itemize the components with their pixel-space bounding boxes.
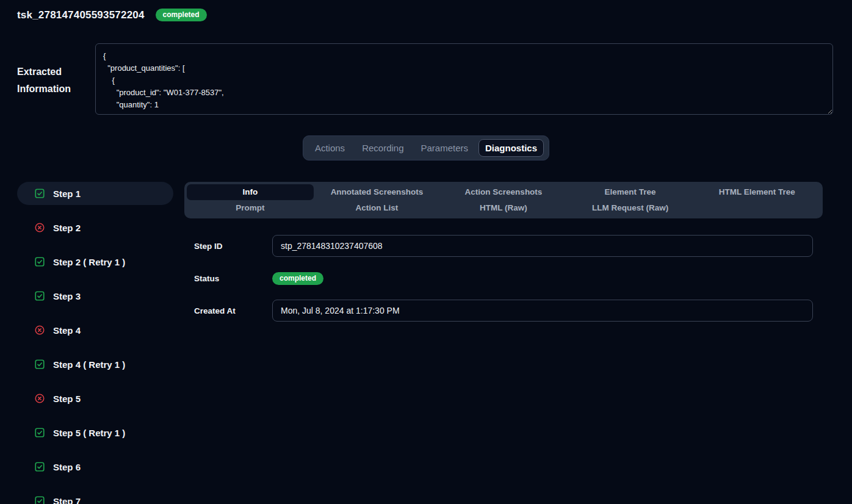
diagnostics-tab-action-list[interactable]: Action List bbox=[314, 200, 441, 216]
info-panel: Step ID Status completed Created At bbox=[184, 235, 823, 322]
check-square-icon bbox=[34, 256, 45, 267]
step-id-label: Step ID bbox=[194, 242, 272, 251]
steps-sidebar: Step 1 Step 2 bbox=[17, 182, 173, 504]
check-square-icon bbox=[34, 188, 45, 199]
diagnostics-tab-label: Action List bbox=[356, 203, 399, 212]
sidebar-item-step-1[interactable]: Step 1 bbox=[17, 182, 173, 205]
created-at-row: Created At bbox=[194, 300, 813, 322]
diagnostics-tab-label: Action Screenshots bbox=[465, 187, 543, 196]
page-title: tsk_278147405593572204 bbox=[17, 9, 145, 21]
sidebar-item-step-2-retry-1[interactable]: Step 2 ( Retry 1 ) bbox=[17, 250, 173, 273]
tab-actions[interactable]: Actions bbox=[308, 139, 352, 157]
x-circle-icon bbox=[34, 325, 45, 336]
step-label: Step 4 ( Retry 1 ) bbox=[53, 359, 125, 370]
diagnostics-tab-label: HTML Element Tree bbox=[719, 187, 795, 196]
diagnostics-tab-prompt[interactable]: Prompt bbox=[187, 200, 314, 216]
step-id-row: Step ID bbox=[194, 235, 813, 257]
tab-recording[interactable]: Recording bbox=[355, 139, 410, 157]
tab-diagnostics[interactable]: Diagnostics bbox=[478, 139, 544, 157]
diagnostics-tab-label: Annotated Screenshots bbox=[331, 187, 424, 196]
diagnostics-tab-html-element-tree[interactable]: HTML Element Tree bbox=[693, 184, 820, 200]
page-header: tsk_278147405593572204 completed bbox=[17, 9, 852, 21]
diagnostics-tab-llm-request-raw[interactable]: LLM Request (Raw) bbox=[567, 200, 694, 216]
diagnostics-tab-html-raw[interactable]: HTML (Raw) bbox=[440, 200, 567, 216]
extracted-information-section: Extracted Information { "product_quantit… bbox=[17, 43, 833, 115]
diagnostics-tab-element-tree[interactable]: Element Tree bbox=[567, 184, 694, 200]
sidebar-item-step-7[interactable]: Step 7 bbox=[17, 489, 173, 504]
tab-label: Actions bbox=[315, 143, 345, 153]
diagnostics-tab-annotated-screenshots[interactable]: Annotated Screenshots bbox=[314, 184, 441, 200]
check-square-icon bbox=[34, 495, 45, 504]
main-tabs: Actions Recording Parameters Diagnostics bbox=[303, 135, 549, 160]
step-label: Step 5 ( Retry 1 ) bbox=[53, 428, 125, 438]
diagnostics-tab-label: Info bbox=[242, 187, 258, 196]
sidebar-item-step-5-retry-1[interactable]: Step 5 ( Retry 1 ) bbox=[17, 421, 173, 444]
check-square-icon bbox=[34, 461, 45, 472]
check-square-icon bbox=[34, 427, 45, 438]
task-status-badge: completed bbox=[156, 9, 207, 21]
step-label: Step 4 bbox=[53, 325, 81, 336]
tab-parameters[interactable]: Parameters bbox=[414, 139, 475, 157]
tab-label: Recording bbox=[362, 143, 403, 153]
sidebar-item-step-5[interactable]: Step 5 bbox=[17, 387, 173, 410]
diagnostics-tab-label: HTML (Raw) bbox=[480, 203, 527, 212]
x-circle-icon bbox=[34, 222, 45, 233]
step-label: Step 5 bbox=[53, 394, 81, 404]
diagnostics-tab-label: Element Tree bbox=[605, 187, 656, 196]
step-status-badge: completed bbox=[272, 272, 323, 285]
diagnostics-tab-label: Prompt bbox=[236, 203, 264, 212]
step-label: Step 1 bbox=[53, 189, 81, 199]
extracted-information-label: Extracted Information bbox=[17, 43, 95, 115]
tab-label: Diagnostics bbox=[485, 143, 537, 153]
diagnostics-tab-label: LLM Request (Raw) bbox=[592, 203, 668, 212]
step-label: Step 3 bbox=[53, 291, 81, 301]
step-id-input[interactable] bbox=[272, 235, 813, 257]
step-label: Step 7 bbox=[53, 496, 81, 504]
sidebar-item-step-2[interactable]: Step 2 bbox=[17, 216, 173, 239]
status-row: Status completed bbox=[194, 267, 813, 289]
tab-label: Parameters bbox=[421, 143, 469, 153]
x-circle-icon bbox=[34, 393, 45, 404]
sidebar-item-step-6[interactable]: Step 6 bbox=[17, 455, 173, 478]
extracted-information-textarea[interactable]: { "product_quantities": [ { "product_id"… bbox=[95, 43, 833, 115]
diagnostics-tab-info[interactable]: Info bbox=[187, 184, 314, 200]
step-label: Step 2 bbox=[53, 223, 81, 233]
step-label: Step 6 bbox=[53, 462, 81, 472]
step-label: Step 2 ( Retry 1 ) bbox=[53, 257, 125, 267]
sidebar-item-step-4[interactable]: Step 4 bbox=[17, 319, 173, 342]
status-label: Status bbox=[194, 274, 272, 283]
check-square-icon bbox=[34, 359, 45, 370]
created-at-label: Created At bbox=[194, 306, 272, 315]
check-square-icon bbox=[34, 290, 45, 301]
diagnostics-tabs: Info Annotated Screenshots Action Screen… bbox=[184, 182, 823, 218]
diagnostics-tab-action-screenshots[interactable]: Action Screenshots bbox=[440, 184, 567, 200]
created-at-input[interactable] bbox=[272, 300, 813, 322]
sidebar-item-step-3[interactable]: Step 3 bbox=[17, 284, 173, 308]
sidebar-item-step-4-retry-1[interactable]: Step 4 ( Retry 1 ) bbox=[17, 353, 173, 376]
